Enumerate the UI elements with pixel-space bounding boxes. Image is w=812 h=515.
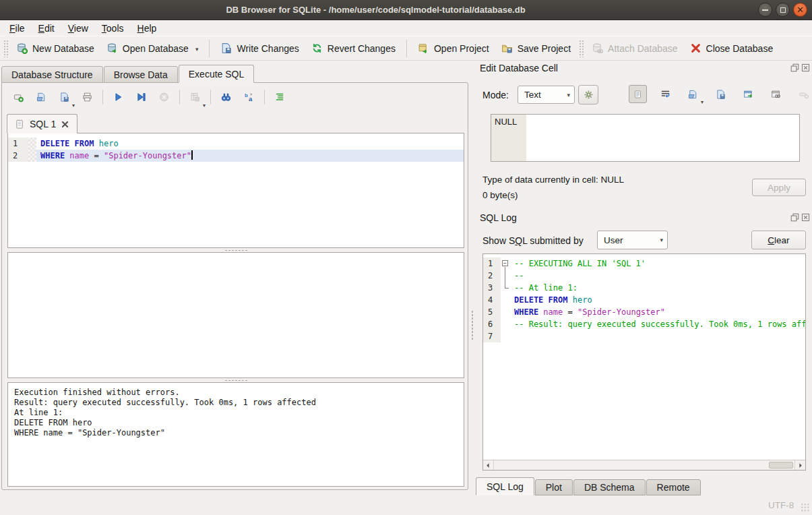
cell-value-editor[interactable]: NULL bbox=[491, 114, 800, 162]
scroll-right-arrow-icon[interactable] bbox=[794, 460, 805, 470]
toolbar-drag-handle[interactable] bbox=[3, 40, 8, 57]
fold-margin[interactable] bbox=[501, 282, 510, 294]
sql-editor[interactable]: 1DELETE FROM hero2WHERE name = "Spider-Y… bbox=[7, 133, 464, 248]
title-bar[interactable]: DB Browser for SQLite - /home/user/code/… bbox=[0, 0, 812, 20]
copy-link-button[interactable] bbox=[767, 85, 785, 103]
import-data-button[interactable]: ▾ bbox=[684, 85, 702, 103]
code-line-6[interactable]: 6-- Result: query executed successfully.… bbox=[483, 318, 805, 330]
dock-close-icon[interactable] bbox=[801, 63, 810, 72]
maximize-button[interactable] bbox=[776, 3, 790, 17]
code-line-2[interactable]: 2-- bbox=[483, 270, 805, 282]
text-mode-button[interactable] bbox=[629, 85, 647, 103]
code-token: WHERE bbox=[514, 307, 538, 317]
auto-format-button[interactable] bbox=[271, 88, 289, 107]
tab-execute-sql[interactable]: Execute SQL bbox=[179, 65, 255, 83]
menu-help[interactable]: Help bbox=[131, 22, 164, 35]
open-sql-file-button[interactable] bbox=[32, 88, 51, 107]
export-results-button[interactable]: ▾ bbox=[186, 88, 204, 107]
fold-margin[interactable] bbox=[501, 306, 510, 318]
apply-button[interactable]: Apply bbox=[752, 179, 806, 196]
splitter-vertical[interactable] bbox=[471, 310, 474, 340]
cell-edit-area[interactable] bbox=[526, 115, 799, 161]
mode-label: Mode: bbox=[482, 90, 509, 100]
export-data-button[interactable] bbox=[712, 85, 730, 103]
sql-tab-close-icon[interactable] bbox=[61, 120, 69, 129]
code-token: FROM bbox=[549, 295, 568, 305]
find-button[interactable] bbox=[217, 88, 235, 107]
fold-margin[interactable] bbox=[501, 318, 510, 330]
clear-button[interactable]: Clear bbox=[751, 231, 806, 249]
revert-changes-icon bbox=[311, 42, 323, 54]
chevron-down-icon: ▾ bbox=[701, 99, 704, 105]
fold-margin[interactable] bbox=[501, 270, 510, 282]
horizontal-scrollbar[interactable] bbox=[483, 460, 805, 470]
execution-message-panel[interactable]: Execution finished without errors.Result… bbox=[7, 382, 464, 487]
float-icon[interactable] bbox=[790, 213, 799, 222]
attach-database-button[interactable]: Attach Database bbox=[586, 39, 684, 57]
dock-tab-plot[interactable]: Plot bbox=[535, 479, 573, 495]
set-null-button[interactable] bbox=[794, 85, 812, 103]
menu-view[interactable]: View bbox=[61, 22, 95, 35]
stop-button[interactable] bbox=[155, 88, 173, 107]
execute-all-icon bbox=[113, 91, 123, 103]
new-sql-tab-button[interactable] bbox=[9, 88, 28, 107]
scrollbar-thumb[interactable] bbox=[769, 462, 793, 468]
resize-grip[interactable] bbox=[801, 503, 810, 512]
tab-database-structure[interactable]: Database Structure bbox=[1, 66, 103, 83]
execute-line-button[interactable] bbox=[132, 88, 150, 107]
dock-tab-db-schema[interactable]: DB Schema bbox=[573, 479, 646, 495]
code-token: -- Result: query executed successfully. … bbox=[514, 320, 806, 329]
word-wrap-button[interactable] bbox=[656, 85, 675, 103]
code-token: name bbox=[543, 307, 563, 317]
code-line-4[interactable]: 4DELETE FROM hero bbox=[483, 294, 805, 306]
code-text: WHERE name = "Spider-Youngster" bbox=[510, 306, 805, 318]
code-line-1[interactable]: 1DELETE FROM hero bbox=[8, 138, 464, 150]
code-line-2[interactable]: 2WHERE name = "Spider-Youngster" bbox=[8, 150, 464, 162]
dock-close-icon[interactable] bbox=[801, 213, 810, 222]
code-line-5[interactable]: 5WHERE name = "Spider-Youngster" bbox=[483, 306, 805, 318]
sql-document-icon bbox=[15, 119, 25, 129]
print-button[interactable] bbox=[78, 88, 96, 107]
edit-cell-dock-buttons bbox=[790, 63, 810, 72]
find-replace-button[interactable]: ba bbox=[240, 88, 258, 107]
close-database-button[interactable]: Close Database bbox=[684, 39, 780, 57]
tab-browse-data[interactable]: Browse Data bbox=[104, 66, 178, 83]
database-new-button[interactable]: New Database bbox=[10, 39, 100, 57]
menu-file[interactable]: File bbox=[3, 22, 32, 35]
auto-switch-mode-button[interactable] bbox=[578, 85, 598, 104]
dock-tab-sql-log[interactable]: SQL Log bbox=[476, 477, 534, 495]
save-project-button[interactable]: Save Project bbox=[495, 39, 577, 57]
float-icon[interactable] bbox=[790, 63, 799, 72]
menu-tools[interactable]: Tools bbox=[95, 22, 131, 35]
dock-tab-remote[interactable]: Remote bbox=[646, 479, 701, 495]
close-button[interactable]: ✕ bbox=[793, 3, 807, 17]
save-sql-file-button[interactable]: ▾ bbox=[55, 88, 73, 107]
fold-margin[interactable] bbox=[501, 330, 510, 342]
open-in-external-button[interactable] bbox=[739, 85, 757, 103]
write-changes-button[interactable]: Write Changes bbox=[214, 39, 305, 57]
code-line-3[interactable]: 3-- At line 1: bbox=[483, 282, 805, 294]
menu-bar: FileEditViewToolsHelp bbox=[0, 20, 812, 36]
toolbar-button-label: Save Project bbox=[518, 43, 571, 54]
revert-changes-button[interactable]: Revert Changes bbox=[305, 39, 402, 57]
database-open-button[interactable]: Open Database▾ bbox=[100, 39, 205, 57]
results-grid[interactable] bbox=[7, 252, 464, 378]
toolbar-drag-handle[interactable] bbox=[579, 40, 584, 57]
scroll-left-arrow-icon[interactable] bbox=[483, 460, 494, 470]
open-project-button[interactable]: Open Project bbox=[412, 39, 495, 57]
fold-margin[interactable] bbox=[501, 294, 510, 306]
sql-log-view[interactable]: 1−-- EXECUTING ALL IN 'SQL 1'2--3-- At l… bbox=[482, 253, 806, 471]
sql-tab-label: SQL 1 bbox=[30, 119, 56, 129]
mode-select[interactable]: Text ▾ bbox=[518, 86, 575, 104]
menu-edit[interactable]: Edit bbox=[32, 22, 61, 35]
message-line: Result: query executed successfully. Too… bbox=[14, 398, 458, 408]
code-line-7[interactable]: 7 bbox=[483, 330, 805, 342]
submitted-by-select[interactable]: User ▾ bbox=[597, 231, 668, 249]
code-line-1[interactable]: 1−-- EXECUTING ALL IN 'SQL 1' bbox=[483, 258, 805, 270]
fold-collapse-icon[interactable]: − bbox=[502, 260, 508, 266]
sql-tab[interactable]: SQL 1 bbox=[7, 114, 77, 133]
minimize-button[interactable] bbox=[758, 3, 772, 17]
fold-margin[interactable]: − bbox=[501, 258, 510, 270]
fold-line-end bbox=[505, 288, 509, 289]
execute-all-button[interactable] bbox=[109, 88, 127, 107]
